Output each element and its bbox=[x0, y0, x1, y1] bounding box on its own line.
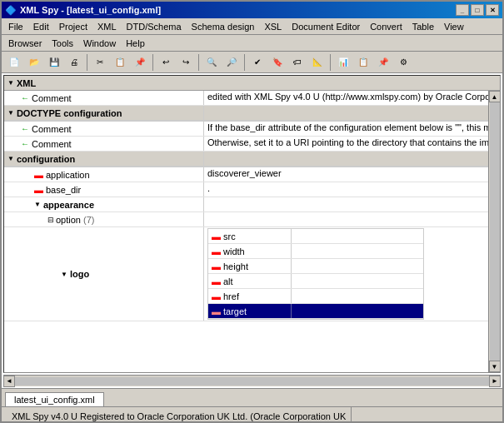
toolbar-separator-3 bbox=[198, 54, 199, 71]
xml-label: XML bbox=[17, 78, 36, 88]
combo-expand-icon[interactable]: ⊟ bbox=[47, 216, 54, 224]
appearance-expand-icon[interactable] bbox=[34, 201, 41, 208]
menu-schema-design[interactable]: Schema design bbox=[187, 20, 260, 33]
attr-value bbox=[292, 274, 417, 288]
key-cell: ← Comment bbox=[4, 91, 204, 105]
menu-xml[interactable]: XML bbox=[92, 20, 122, 33]
tb-settings[interactable]: ⚙ bbox=[394, 53, 412, 72]
row-key: Comment bbox=[32, 139, 72, 149]
xml-section-header: XML bbox=[4, 76, 500, 91]
tb-format[interactable]: 📐 bbox=[308, 53, 327, 72]
attr-value bbox=[292, 229, 417, 243]
tb-find[interactable]: 🔍 bbox=[202, 53, 221, 72]
minimize-button[interactable]: _ bbox=[456, 4, 469, 16]
toolbar: 📄 📂 💾 🖨 ✂ 📋 📌 ↩ ↪ 🔍 🔎 ✔ 🔖 🏷 📐 📊 📋 📌 ⚙ bbox=[2, 52, 502, 73]
row-key: application bbox=[46, 170, 90, 180]
doctype-expand-icon[interactable] bbox=[7, 109, 14, 117]
tb-copy[interactable]: 📋 bbox=[111, 53, 129, 72]
tb-find-next[interactable]: 🔎 bbox=[222, 53, 241, 72]
menu-xsl[interactable]: XSL bbox=[259, 20, 287, 33]
menu-document-editor[interactable]: Document Editor bbox=[287, 20, 365, 33]
menu-window[interactable]: Window bbox=[78, 37, 121, 50]
row-value: edited with XML Spy v4.0 U (http://www.x… bbox=[207, 92, 500, 102]
required-icon: ▬ bbox=[34, 170, 43, 180]
maximize-button[interactable]: □ bbox=[471, 4, 484, 16]
key-cell: DOCTYPE configuration bbox=[4, 106, 204, 121]
attr-value bbox=[292, 304, 417, 318]
menu-help[interactable]: Help bbox=[121, 37, 150, 50]
horizontal-scrollbar[interactable]: ◄ ► bbox=[3, 375, 501, 386]
attr-name: width bbox=[223, 246, 245, 256]
key-cell: ▬ base_dir bbox=[4, 182, 204, 197]
required-icon: ▬ bbox=[212, 306, 221, 316]
menu-tools[interactable]: Tools bbox=[47, 37, 78, 50]
tb-cut[interactable]: ✂ bbox=[91, 53, 109, 72]
attr-name: src bbox=[223, 231, 236, 241]
tb-open[interactable]: 📂 bbox=[25, 53, 43, 72]
h-scroll-track[interactable] bbox=[15, 377, 489, 386]
value-cell bbox=[204, 197, 500, 212]
menu-dtd-schema[interactable]: DTD/Schema bbox=[122, 20, 187, 33]
menu-project[interactable]: Project bbox=[54, 20, 92, 33]
menu-view[interactable]: View bbox=[439, 20, 469, 33]
row-value: If the base_dir attribute of the configu… bbox=[207, 122, 500, 132]
row-key: base_dir bbox=[46, 185, 81, 195]
nested-table-row-selected[interactable]: ▬ target bbox=[208, 304, 423, 319]
menu-edit[interactable]: Edit bbox=[28, 20, 54, 33]
scroll-right-button[interactable]: ► bbox=[489, 376, 501, 387]
menu-file[interactable]: File bbox=[3, 20, 28, 33]
tb-print[interactable]: 🖨 bbox=[65, 53, 83, 72]
nested-table-row: ▬ href bbox=[208, 289, 423, 304]
attr-name: height bbox=[223, 261, 248, 271]
attr-key: ▬ height bbox=[208, 259, 292, 273]
status-bar: XML Spy v4.0 U Registered to Oracle Corp… bbox=[2, 406, 502, 423]
menu-table[interactable]: Table bbox=[407, 20, 439, 33]
nested-table-row: ▬ src bbox=[208, 229, 423, 244]
scroll-down-button[interactable]: ▼ bbox=[489, 361, 501, 372]
tree-container[interactable]: ← Comment edited with XML Spy v4.0 U (ht… bbox=[4, 91, 500, 372]
attr-key: ▬ width bbox=[208, 244, 292, 258]
config-expand-icon[interactable] bbox=[7, 155, 14, 162]
toolbar-separator-4 bbox=[244, 54, 245, 71]
vertical-scrollbar[interactable]: ▲ ▼ bbox=[488, 91, 500, 372]
scroll-up-button[interactable]: ▲ bbox=[489, 91, 501, 102]
menu-browser[interactable]: Browser bbox=[3, 37, 47, 50]
tb-redo[interactable]: ↪ bbox=[177, 53, 195, 72]
required-icon: ▬ bbox=[34, 185, 43, 195]
xml-expand-icon[interactable] bbox=[7, 79, 14, 87]
tb-chart[interactable]: 📊 bbox=[334, 53, 352, 72]
tb-undo[interactable]: ↩ bbox=[157, 53, 175, 72]
tb-new[interactable]: 📄 bbox=[5, 53, 23, 72]
table-row: DOCTYPE configuration bbox=[4, 106, 500, 122]
row-value: Otherwise, set it to a URI pointing to t… bbox=[207, 137, 500, 147]
required-icon: ▬ bbox=[212, 276, 221, 286]
tab-latest-ui-config[interactable]: latest_ui_config.xml bbox=[5, 392, 104, 406]
table-row: ← Comment edited with XML Spy v4.0 U (ht… bbox=[4, 91, 500, 106]
value-cell: . bbox=[204, 182, 500, 197]
row-key: Comment bbox=[32, 93, 72, 103]
menu-bar-2: Browser Tools Window Help bbox=[2, 35, 502, 52]
tb-list[interactable]: 📋 bbox=[354, 53, 372, 72]
nested-table-row: ▬ width bbox=[208, 244, 423, 259]
close-button[interactable]: ✕ bbox=[486, 4, 499, 16]
logo-expand-icon[interactable] bbox=[61, 271, 67, 278]
main-area: XML ← Comment bbox=[2, 73, 502, 388]
menu-convert[interactable]: Convert bbox=[365, 20, 407, 33]
tb-save[interactable]: 💾 bbox=[45, 53, 63, 72]
table-row: ← Comment If the base_dir attribute of t… bbox=[4, 122, 500, 137]
toolbar-separator-2 bbox=[152, 54, 153, 71]
scroll-left-button[interactable]: ◄ bbox=[3, 376, 15, 387]
value-cell: Otherwise, set it to a URI pointing to t… bbox=[204, 137, 500, 151]
tb-check[interactable]: ✔ bbox=[248, 53, 267, 72]
comment-icon: ← bbox=[21, 93, 29, 102]
tb-validate[interactable]: 🔖 bbox=[268, 53, 287, 72]
tb-tag[interactable]: 🏷 bbox=[288, 53, 307, 72]
table-row: logo ▬ src bbox=[4, 227, 500, 321]
value-cell: ▬ src ▬ width bbox=[204, 227, 500, 321]
title-bar-buttons[interactable]: _ □ ✕ bbox=[456, 4, 499, 16]
app-icon: 🔷 bbox=[5, 5, 17, 16]
tb-pin[interactable]: 📌 bbox=[374, 53, 392, 72]
scroll-track[interactable] bbox=[490, 102, 500, 361]
tb-paste[interactable]: 📌 bbox=[131, 53, 149, 72]
config-label: configuration bbox=[17, 154, 75, 164]
